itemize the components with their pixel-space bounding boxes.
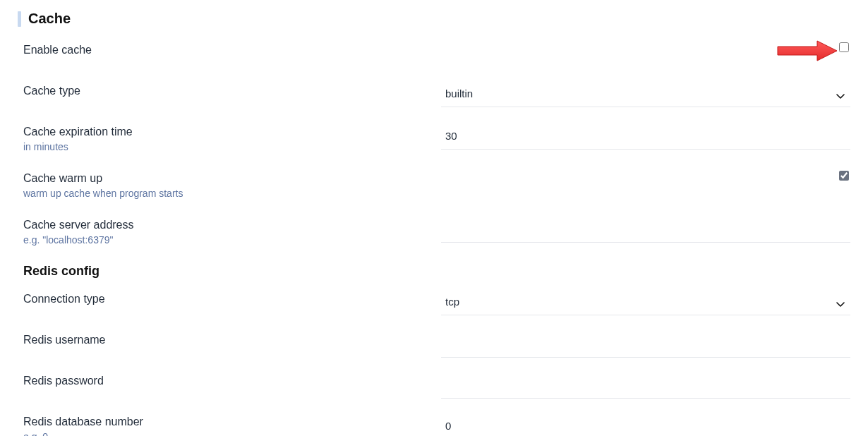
cache-warmup-hint: warm up cache when program starts bbox=[23, 188, 183, 199]
cache-expiration-label: Cache expiration time bbox=[23, 126, 133, 138]
cache-address-input[interactable] bbox=[441, 217, 850, 243]
cache-warmup-label: Cache warm up bbox=[23, 172, 183, 185]
cache-warmup-row: Cache warm up warm up cache when program… bbox=[0, 171, 868, 205]
redis-password-label: Redis password bbox=[23, 375, 104, 387]
cache-expiration-row: Cache expiration time in minutes bbox=[0, 124, 868, 158]
enable-cache-checkbox[interactable] bbox=[839, 42, 849, 52]
redis-password-row: Redis password bbox=[0, 373, 868, 401]
redis-password-input[interactable] bbox=[441, 373, 850, 399]
section-accent-bar bbox=[18, 11, 21, 27]
connection-type-label: Connection type bbox=[23, 293, 105, 305]
cache-section-header: Cache bbox=[18, 11, 868, 27]
cache-type-label: Cache type bbox=[23, 85, 80, 97]
cache-type-select[interactable]: builtin bbox=[441, 83, 850, 107]
cache-address-label: Cache server address bbox=[23, 219, 134, 231]
cache-address-row: Cache server address e.g. "localhost:637… bbox=[0, 217, 868, 251]
cache-address-hint: e.g. "localhost:6379" bbox=[23, 234, 134, 246]
cache-expiration-input[interactable] bbox=[441, 124, 850, 150]
cache-expiration-hint: in minutes bbox=[23, 141, 133, 152]
cache-warmup-checkbox[interactable] bbox=[839, 171, 849, 181]
redis-username-input[interactable] bbox=[441, 332, 850, 358]
redis-db-row: Redis database number e.g. 0 bbox=[0, 414, 868, 436]
cache-type-row: Cache type builtin bbox=[0, 83, 868, 111]
cache-section-title: Cache bbox=[28, 11, 71, 27]
redis-db-input[interactable] bbox=[441, 414, 850, 436]
redis-section-title: Redis config bbox=[23, 264, 868, 279]
redis-db-label: Redis database number bbox=[23, 416, 143, 428]
redis-db-hint: e.g. 0 bbox=[23, 431, 143, 436]
redis-username-label: Redis username bbox=[23, 334, 106, 346]
redis-username-row: Redis username bbox=[0, 332, 868, 361]
connection-type-select[interactable]: tcp bbox=[441, 291, 850, 315]
enable-cache-label: Enable cache bbox=[23, 44, 92, 56]
connection-type-row: Connection type tcp bbox=[0, 291, 868, 320]
enable-cache-row: Enable cache bbox=[0, 42, 868, 71]
